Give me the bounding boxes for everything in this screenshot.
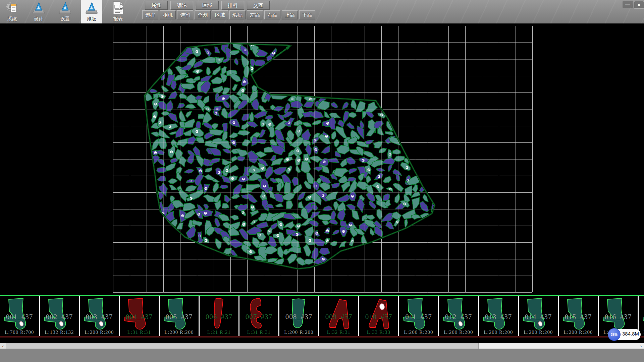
- tool-相机[interactable]: 相机: [160, 10, 176, 19]
- scrollbar-thumb[interactable]: [6, 343, 479, 349]
- piece-name: 007_#37: [239, 313, 278, 321]
- piece-lr-count: L:200 R:200: [279, 329, 318, 335]
- main-button-系统[interactable]: 系统: [1, 0, 23, 23]
- main-button-label: 排版: [87, 16, 96, 22]
- memory-accelerator-badge[interactable]: 38% 384.8M: [608, 328, 641, 341]
- tool-选割[interactable]: 选割: [177, 10, 193, 19]
- piece-lr-count: L:700 R:700: [0, 329, 39, 335]
- thumbnail-cell[interactable]: 010_#37L:33 R:33: [359, 296, 399, 336]
- piece-name: 016_#37: [599, 313, 638, 321]
- minimize-button[interactable]: —: [623, 1, 633, 8]
- piece-name: 005_#37: [160, 313, 199, 321]
- thumbnail-cell[interactable]: 002_#37L:132 R:132: [40, 296, 80, 336]
- thumbnail-cell[interactable]: 014_#37L:200 R:200: [519, 296, 559, 336]
- piece-name: 008_#37: [279, 313, 318, 321]
- thumbnail-cell[interactable]: 006_#37L:21 R:21: [200, 296, 239, 336]
- tool-聚排[interactable]: 聚排: [142, 10, 158, 19]
- piece-lr-count: L:200 R:200: [479, 329, 518, 335]
- tool-瑕疵[interactable]: 瑕疵: [229, 10, 246, 19]
- main-button-报表[interactable]: 报表: [107, 0, 129, 23]
- piece-name: 003_#37: [80, 313, 119, 321]
- status-bar: [0, 349, 644, 362]
- piece-name: 009_#37: [319, 313, 358, 321]
- ruler-icon: [58, 1, 72, 15]
- piece-name: 010_#37: [359, 313, 398, 321]
- main-button-排版[interactable]: 排版: [81, 0, 102, 23]
- toolbar: 系统设计设置排版报表 属性编辑区域排料交互 聚排相机选割全割区域瑕疵左靠右靠上靠…: [0, 0, 644, 24]
- main-button-label: 系统: [7, 16, 17, 22]
- main-button-label: 报表: [113, 16, 123, 22]
- piece-name: 014_#37: [519, 313, 558, 321]
- report-icon: [111, 1, 125, 15]
- thumbnail-cell[interactable]: 005_#37L:200 R:200: [160, 296, 200, 336]
- ruler-icon: [31, 1, 46, 15]
- tool-上靠[interactable]: 上靠: [282, 10, 298, 19]
- piece-lr-count: L:200 R:200: [439, 329, 478, 335]
- menu-编辑[interactable]: 编辑: [170, 1, 193, 10]
- piece-lr-count: L:132 R:132: [40, 329, 79, 335]
- thumbnail-cell[interactable]: 008_#37L:200 R:200: [279, 296, 319, 336]
- thumbnail-cell[interactable]: 009_#37L:32 R:31: [319, 296, 359, 336]
- main-button-设置[interactable]: 设置: [54, 0, 76, 23]
- piece-lr-count: L:200 R:200: [399, 329, 438, 335]
- menu-row-bottom: 聚排相机选割全割区域瑕疵左靠右靠上靠下靠: [142, 10, 317, 19]
- thumbnail-cell[interactable]: 015_#37L:200 R:200: [559, 296, 599, 336]
- ruler-icon: [84, 1, 99, 15]
- percent-value: 38%: [611, 333, 618, 337]
- piece-name: 017_#37: [639, 313, 644, 321]
- piece-name: 004_#37: [120, 313, 159, 321]
- piece-lr-count: L:21 R:21: [200, 329, 238, 335]
- piece-lr-count: L:33 R:33: [359, 329, 398, 335]
- main-button-label: 设计: [34, 16, 43, 22]
- thumbnail-cell[interactable]: 003_#37L:200 R:200: [80, 296, 120, 336]
- percent-ball: 38%: [608, 328, 621, 341]
- piece-lr-count: L:200 R:200: [160, 329, 199, 335]
- main-button-label: 设置: [60, 16, 70, 22]
- tool-全割[interactable]: 全割: [195, 10, 211, 19]
- thumbnail-cell[interactable]: 007_#37L:31 R:31: [239, 296, 279, 336]
- piece-lr-count: L:31 R:31: [120, 329, 159, 335]
- thumbnail-cell[interactable]: 012_#37L:200 R:200: [439, 296, 479, 336]
- piece-name: 006_#37: [200, 313, 238, 321]
- piece-name: 001_#37: [0, 313, 39, 321]
- tool-下靠[interactable]: 下靠: [299, 10, 315, 19]
- application-window: 系统设计设置排版报表 属性编辑区域排料交互 聚排相机选割全割区域瑕疵左靠右靠上靠…: [0, 0, 644, 362]
- piece-lr-count: L:200 R:200: [80, 329, 119, 335]
- piece-lr-count: L:200 R:200: [559, 329, 598, 335]
- piece-lr-count: L:32 R:31: [319, 329, 358, 335]
- menu-排料[interactable]: 排料: [221, 1, 244, 10]
- tool-左靠[interactable]: 左靠: [247, 10, 263, 19]
- piece-name: 013_#37: [479, 313, 518, 321]
- piece-thumbnail-strip: 001_#37L:700 R:700002_#37L:132 R:132003_…: [0, 295, 644, 338]
- menu-row-top: 属性编辑区域排料交互: [145, 1, 272, 10]
- piece-lr-count: L:31 R:31: [239, 329, 278, 335]
- piece-name: 015_#37: [559, 313, 598, 321]
- main-icon-toolbar: 系统设计设置排版报表: [1, 0, 134, 23]
- memory-value: 384.8M: [621, 331, 640, 337]
- piece-lr-count: L:200 R:200: [519, 329, 558, 335]
- gear-icon: [5, 1, 19, 15]
- tool-区域[interactable]: 区域: [212, 10, 228, 19]
- thumbnail-cell[interactable]: 011_#37L:200 R:200: [399, 296, 439, 336]
- piece-name: 002_#37: [40, 313, 79, 321]
- piece-name: 012_#37: [439, 313, 478, 321]
- nesting-canvas[interactable]: [0, 23, 644, 295]
- scroll-right-button[interactable]: ›: [638, 343, 644, 349]
- thumbnail-cell[interactable]: 001_#37L:700 R:700: [0, 296, 40, 336]
- scroll-left-button[interactable]: ‹: [0, 343, 6, 349]
- thumbnail-cell[interactable]: 004_#37L:31 R:31: [120, 296, 160, 336]
- horizontal-scrollbar[interactable]: ‹ ›: [0, 343, 644, 349]
- close-button[interactable]: ×: [634, 1, 644, 9]
- main-button-设计[interactable]: 设计: [28, 0, 49, 23]
- piece-name: 011_#37: [399, 313, 438, 321]
- thumbnail-cell[interactable]: 013_#37L:200 R:200: [479, 296, 519, 336]
- menu-属性[interactable]: 属性: [145, 1, 168, 10]
- menu-区域[interactable]: 区域: [196, 1, 219, 10]
- menu-交互[interactable]: 交互: [247, 1, 270, 10]
- tool-右靠[interactable]: 右靠: [264, 10, 280, 19]
